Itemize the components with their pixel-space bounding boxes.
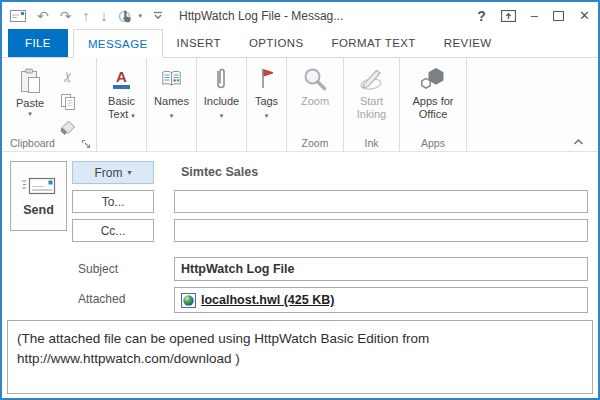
copy-button[interactable]: [57, 92, 79, 112]
subject-label: Subject: [78, 262, 118, 276]
customize-qat-icon[interactable]: [153, 11, 163, 20]
send-label: Send: [23, 203, 54, 217]
flag-icon: [258, 65, 275, 93]
from-value: Simtec Sales: [181, 165, 258, 179]
ribbon-tab-bar: FILE MESSAGE INSERT OPTIONS FORMAT TEXT …: [2, 29, 598, 58]
window-controls: ? – ✕: [477, 9, 590, 23]
message-body-text: (The attached file can be opened using H…: [17, 329, 522, 370]
attached-label: Attached: [78, 292, 125, 306]
clipboard-group-label: Clipboard: [2, 136, 96, 149]
tab-format-text[interactable]: FORMAT TEXT: [318, 29, 430, 57]
quick-access-toolbar: ↶ ↷ ↑ ↓ ▾: [10, 8, 163, 24]
paste-label: Paste: [16, 97, 44, 110]
paste-button[interactable]: Paste ▾: [8, 63, 52, 137]
ribbon-group-apps: Apps for Office Apps: [400, 58, 467, 151]
basic-text-icon: A: [113, 65, 130, 93]
zoom-group-label: Zoom: [287, 136, 343, 149]
attached-field: localhost.hwl (425 KB): [174, 287, 588, 313]
ribbon-group-zoom: Zoom Zoom: [287, 58, 344, 151]
minimize-button[interactable]: –: [531, 9, 538, 22]
hwl-file-icon: [181, 293, 196, 308]
touch-mouse-mode-icon[interactable]: [118, 8, 134, 24]
paste-caret-icon: ▾: [28, 110, 32, 118]
paperclip-icon: [214, 65, 228, 93]
paste-icon: [19, 67, 42, 95]
ribbon-group-tags: Tags▾: [247, 58, 287, 151]
apps-hexagon-icon: [419, 65, 447, 93]
help-button[interactable]: ?: [477, 9, 486, 23]
address-book-icon: [160, 65, 183, 93]
ribbon-group-include: Include▾: [197, 58, 247, 151]
tab-file[interactable]: FILE: [8, 29, 68, 57]
message-body-editor[interactable]: (The attached file can be opened using H…: [7, 320, 593, 394]
close-button[interactable]: ✕: [579, 9, 590, 22]
outlook-message-window: ↶ ↷ ↑ ↓ ▾ HttpWatch Log File - Messag...…: [0, 0, 600, 400]
to-input[interactable]: [174, 190, 588, 213]
send-envelope-icon: [20, 175, 58, 197]
collapse-ribbon-button[interactable]: [573, 139, 584, 145]
from-button[interactable]: From▾: [72, 161, 154, 184]
cut-button[interactable]: ✂: [57, 67, 79, 87]
attachment-name: localhost.hwl (425 KB): [201, 293, 334, 307]
cc-input[interactable]: [174, 219, 588, 242]
ink-group-label: Ink: [344, 136, 399, 149]
from-caret-icon: ▾: [127, 168, 131, 177]
ribbon: Paste ▾ ✂: [2, 58, 598, 152]
window-title: HttpWatch Log File - Messag...: [179, 9, 343, 23]
tab-options[interactable]: OPTIONS: [235, 29, 318, 57]
attachment-item[interactable]: localhost.hwl (425 KB): [181, 293, 334, 308]
touch-mode-caret-icon[interactable]: ▾: [138, 12, 142, 20]
message-header: Send From▾ Simtec Sales To... Cc... Subj…: [2, 152, 598, 320]
redo-icon[interactable]: ↷: [60, 9, 72, 23]
format-painter-button[interactable]: [57, 117, 79, 137]
copy-icon: [60, 93, 76, 111]
move-down-icon[interactable]: ↓: [100, 9, 107, 23]
clipboard-dialog-launcher[interactable]: [81, 139, 91, 149]
send-button[interactable]: Send: [10, 161, 67, 231]
tags-button[interactable]: Tags▾: [255, 61, 278, 151]
to-button[interactable]: To...: [72, 190, 154, 213]
include-button[interactable]: Include▾: [204, 61, 239, 151]
ribbon-group-clipboard: Paste ▾ ✂: [2, 58, 97, 151]
pen-icon: [358, 65, 386, 93]
move-up-icon[interactable]: ↑: [82, 9, 89, 23]
apps-group-label: Apps: [400, 136, 466, 149]
ribbon-display-options-button[interactable]: [501, 10, 516, 22]
window-menu-icon[interactable]: [10, 10, 26, 22]
ribbon-group-basic-text: A Basic Text ▾: [97, 58, 147, 151]
cut-icon: ✂: [59, 70, 77, 84]
subject-input[interactable]: HttpWatch Log File: [174, 257, 588, 281]
tab-insert[interactable]: INSERT: [163, 29, 235, 57]
tab-review[interactable]: REVIEW: [430, 29, 506, 57]
basic-text-button[interactable]: A Basic Text ▾: [99, 61, 145, 151]
undo-icon[interactable]: ↶: [37, 9, 49, 23]
names-button[interactable]: Names▾: [154, 61, 189, 151]
title-bar: ↶ ↷ ↑ ↓ ▾ HttpWatch Log File - Messag...…: [2, 2, 598, 29]
format-painter-icon: [60, 120, 76, 135]
tab-message[interactable]: MESSAGE: [73, 29, 163, 58]
ribbon-group-names: Names▾: [147, 58, 197, 151]
cc-button[interactable]: Cc...: [72, 219, 154, 242]
maximize-button[interactable]: [553, 11, 564, 21]
magnifier-icon: [302, 65, 328, 93]
ribbon-group-ink: Start Inking Ink: [344, 58, 400, 151]
